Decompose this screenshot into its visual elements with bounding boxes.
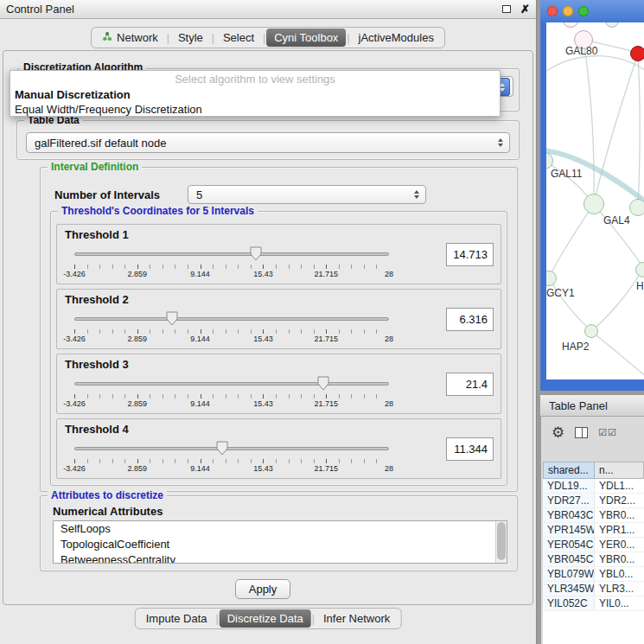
float-window-icon[interactable] xyxy=(502,5,511,13)
table-cell[interactable]: YPR1... xyxy=(595,523,644,537)
table-panel-title: Table Panel xyxy=(549,399,608,412)
tab-label: Cyni Toolbox xyxy=(274,31,338,44)
tick-marks-icon xyxy=(74,459,389,463)
tick-scale: -3.4262.8599.14415.4321.71528 xyxy=(74,265,389,280)
table-cell[interactable]: YDL19... xyxy=(543,479,595,493)
list-item[interactable]: SelfLoops xyxy=(54,521,507,537)
network-node[interactable] xyxy=(584,324,598,338)
combo-arrows-icon xyxy=(414,190,419,199)
table-row[interactable]: YLR345WYLR3... xyxy=(543,582,644,596)
network-view-window: GAL80GAL11GAL4GCY1HHAP2 xyxy=(540,0,644,391)
dropdown-placeholder-item: Select algorithm to view settings xyxy=(10,71,500,87)
table-cell[interactable]: YBL0... xyxy=(595,567,644,581)
network-icon xyxy=(102,31,112,44)
table-data-combobox[interactable]: galFiltered.sif default node xyxy=(26,132,510,153)
minimize-traffic-light-icon[interactable] xyxy=(563,6,573,16)
threshold-value-field[interactable]: 14.713 xyxy=(446,243,494,266)
threshold-slider[interactable] xyxy=(74,440,389,457)
table-row[interactable]: YBL079WYBL0... xyxy=(543,567,644,582)
tick-label: -3.426 xyxy=(63,399,86,408)
slider-thumb[interactable] xyxy=(216,441,228,456)
tick-label: 28 xyxy=(385,399,393,408)
tab-jactivemodules[interactable]: jActiveModules xyxy=(351,29,442,47)
tick-label: 2.859 xyxy=(128,399,148,408)
bottom-tab-discretize-data[interactable]: Discretize Data xyxy=(220,609,311,628)
algorithm-dropdown-list: Select algorithm to view settings Manual… xyxy=(10,70,501,117)
scrollbar-thumb[interactable] xyxy=(497,522,506,560)
gear-icon[interactable]: ⚙ xyxy=(552,425,564,440)
close-icon[interactable]: ✗ xyxy=(520,3,530,16)
column-header-name[interactable]: n... xyxy=(595,462,644,479)
table-cell[interactable]: YLR3... xyxy=(595,582,644,596)
table-data-group: Table Data galFiltered.sif default node xyxy=(16,120,520,160)
apply-button[interactable]: Apply xyxy=(235,579,290,599)
table-cell[interactable]: YIL0... xyxy=(595,596,644,610)
attributes-listbox: SelfLoopsTopologicalCoefficientBetweenne… xyxy=(53,520,507,564)
table-cell[interactable]: YBL079W xyxy=(543,567,595,581)
bottom-tab-impute-data[interactable]: Impute Data xyxy=(138,609,215,628)
table-cell[interactable]: YBR0... xyxy=(595,552,644,566)
number-of-intervals-label: Number of Intervals xyxy=(54,188,160,201)
threshold-value-field[interactable]: 6.316 xyxy=(446,308,494,331)
table-cell[interactable]: YBR0... xyxy=(595,508,644,522)
table-row[interactable]: YDL19...YDL1... xyxy=(543,479,644,494)
table-row[interactable]: YER054CYER0... xyxy=(543,538,644,552)
table-cell[interactable]: YLR345W xyxy=(543,582,595,596)
table-cell[interactable]: YBR043C xyxy=(543,508,595,522)
table-row[interactable]: YDR27...YDR2... xyxy=(543,494,644,508)
node-label: GAL4 xyxy=(603,214,630,226)
table-panel-window: ⚙ ☑☑ shared... n... YDL19...YDL1...YDR27… xyxy=(540,417,644,644)
tab-label: Style xyxy=(178,31,203,44)
network-node[interactable] xyxy=(630,46,644,61)
table-cell[interactable]: YIL052C xyxy=(543,596,595,610)
table-row[interactable]: YIL052CYIL0... xyxy=(543,596,644,611)
slider-row: 14.713 xyxy=(74,243,494,265)
checkbox-icons[interactable]: ☑☑ xyxy=(598,427,617,438)
column-header-shared[interactable]: shared... xyxy=(543,462,595,479)
table-panel-header: Table Panel xyxy=(540,394,644,417)
list-item[interactable]: BetweennessCentrality xyxy=(54,552,507,564)
network-node[interactable] xyxy=(583,194,604,214)
table-cell[interactable]: YDR2... xyxy=(595,494,644,507)
close-traffic-light-icon[interactable] xyxy=(547,6,558,16)
tab-cyni-toolbox[interactable]: Cyni Toolbox xyxy=(266,29,346,47)
threshold-panel: Threshold 26.316-3.4262.8599.14415.4321.… xyxy=(56,289,501,349)
threshold-slider[interactable] xyxy=(74,245,389,263)
table-cell[interactable]: YDR27... xyxy=(543,494,595,507)
tab-label: Select xyxy=(223,31,254,44)
window-title: Control Panel xyxy=(6,3,502,16)
tab-label: Discretize Data xyxy=(227,612,303,625)
table-cell[interactable]: YBR045C xyxy=(543,552,595,566)
table-cell[interactable]: YER054C xyxy=(543,538,595,552)
table-cell[interactable]: YPR145W xyxy=(543,523,595,537)
threshold-value-field[interactable]: 11.344 xyxy=(446,437,494,461)
table-row[interactable]: YPR145WYPR1... xyxy=(543,523,644,538)
tick-scale: -3.4262.8599.14415.4321.71528 xyxy=(74,329,389,345)
table-data-combobox-value: galFiltered.sif default node xyxy=(35,137,166,150)
table-cell[interactable]: YDL1... xyxy=(595,479,644,493)
attributes-scrollbar[interactable] xyxy=(495,521,507,563)
dropdown-option-manual-discretization[interactable]: Manual Discretization xyxy=(10,87,500,102)
dropdown-option-equal-width-frequency[interactable]: Equal Width/Frequency Discretization xyxy=(10,102,500,117)
table-row[interactable]: YBR043CYBR0... xyxy=(543,508,644,523)
tab-network[interactable]: Network xyxy=(94,29,166,47)
attributes-group-title: Attributes to discretize xyxy=(48,489,167,501)
table-row[interactable]: YBR045CYBR0... xyxy=(543,552,644,567)
tab-style[interactable]: Style xyxy=(170,29,211,47)
table-cell[interactable]: YER0... xyxy=(595,538,644,552)
slider-thumb[interactable] xyxy=(250,246,262,261)
threshold-value-field[interactable]: 21.4 xyxy=(446,373,494,396)
list-item[interactable]: TopologicalCoefficient xyxy=(54,537,507,552)
tick-scale: -3.4262.8599.14415.4321.71528 xyxy=(74,459,389,475)
threshold-slider[interactable] xyxy=(74,375,389,392)
slider-thumb[interactable] xyxy=(317,376,329,391)
network-node[interactable] xyxy=(629,199,644,216)
threshold-slider[interactable] xyxy=(74,310,389,328)
columns-icon[interactable] xyxy=(575,427,588,438)
slider-thumb[interactable] xyxy=(166,311,178,326)
number-of-intervals-combobox[interactable]: 5 xyxy=(188,185,426,204)
zoom-traffic-light-icon[interactable] xyxy=(578,6,589,16)
tab-select[interactable]: Select xyxy=(215,29,262,47)
network-canvas[interactable]: GAL80GAL11GAL4GCY1HHAP2 xyxy=(546,22,644,379)
bottom-tab-infer-network[interactable]: Infer Network xyxy=(316,609,398,628)
